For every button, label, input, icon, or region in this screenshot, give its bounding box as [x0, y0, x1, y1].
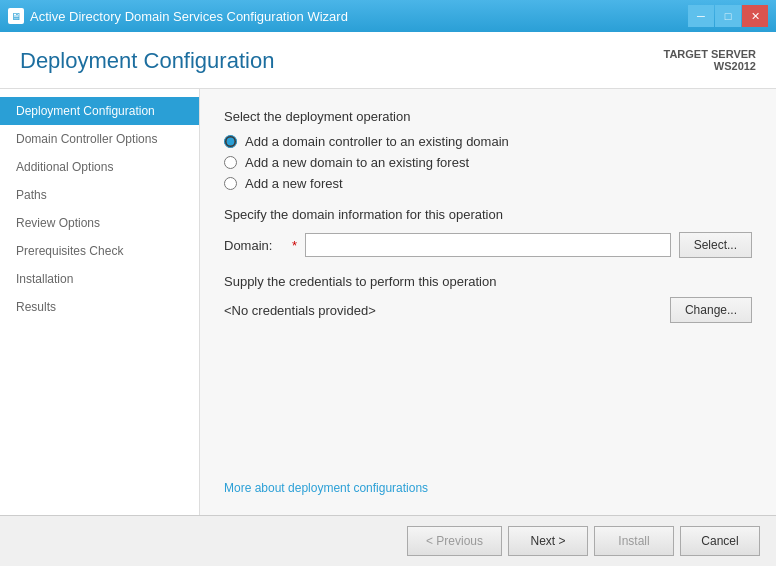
radio-new-forest-input[interactable]	[224, 177, 237, 190]
server-name: WS2012	[664, 60, 757, 72]
main-content: Select the deployment operation Add a do…	[200, 89, 776, 515]
sidebar-item-deployment-configuration[interactable]: Deployment Configuration	[0, 97, 199, 125]
sidebar-item-additional-options[interactable]: Additional Options	[0, 153, 199, 181]
more-link[interactable]: More about deployment configurations	[224, 481, 428, 495]
credentials-text: <No credentials provided>	[224, 303, 662, 318]
radio-new-forest[interactable]: Add a new forest	[224, 176, 752, 191]
radio-new-domain-label: Add a new domain to an existing forest	[245, 155, 469, 170]
install-button[interactable]: Install	[594, 526, 674, 556]
main-window: Deployment Configuration TARGET SERVER W…	[0, 32, 776, 566]
radio-new-domain-input[interactable]	[224, 156, 237, 169]
domain-section-title: Specify the domain information for this …	[224, 207, 752, 222]
app-icon: 🖥	[8, 8, 24, 24]
change-button[interactable]: Change...	[670, 297, 752, 323]
sidebar-item-domain-controller-options[interactable]: Domain Controller Options	[0, 125, 199, 153]
window-title: Active Directory Domain Services Configu…	[30, 9, 348, 24]
domain-input[interactable]	[305, 233, 671, 257]
radio-existing-domain-label: Add a domain controller to an existing d…	[245, 134, 509, 149]
maximize-button[interactable]: □	[715, 5, 741, 27]
title-bar-left: 🖥 Active Directory Domain Services Confi…	[8, 8, 348, 24]
close-button[interactable]: ✕	[742, 5, 768, 27]
server-info: TARGET SERVER WS2012	[664, 48, 757, 72]
title-bar: 🖥 Active Directory Domain Services Confi…	[0, 0, 776, 32]
server-label: TARGET SERVER	[664, 48, 757, 60]
credentials-title: Supply the credentials to perform this o…	[224, 274, 752, 289]
sidebar-item-prerequisites-check[interactable]: Prerequisites Check	[0, 237, 199, 265]
radio-existing-domain[interactable]: Add a domain controller to an existing d…	[224, 134, 752, 149]
window-controls: ─ □ ✕	[688, 5, 768, 27]
minimize-button[interactable]: ─	[688, 5, 714, 27]
sidebar-item-paths[interactable]: Paths	[0, 181, 199, 209]
cancel-button[interactable]: Cancel	[680, 526, 760, 556]
footer: < Previous Next > Install Cancel	[0, 515, 776, 566]
next-button[interactable]: Next >	[508, 526, 588, 556]
sidebar-item-installation[interactable]: Installation	[0, 265, 199, 293]
radio-new-forest-label: Add a new forest	[245, 176, 343, 191]
radio-existing-domain-input[interactable]	[224, 135, 237, 148]
radio-group: Add a domain controller to an existing d…	[224, 134, 752, 191]
required-star: *	[292, 238, 297, 253]
more-link-container: More about deployment configurations	[224, 465, 752, 495]
main-inner: Select the deployment operation Add a do…	[224, 109, 752, 465]
page-title: Deployment Configuration	[20, 48, 274, 74]
content-area: Deployment Configuration Domain Controll…	[0, 89, 776, 515]
select-button[interactable]: Select...	[679, 232, 752, 258]
domain-label: Domain:	[224, 238, 284, 253]
sidebar-item-review-options[interactable]: Review Options	[0, 209, 199, 237]
previous-button[interactable]: < Previous	[407, 526, 502, 556]
credentials-row: <No credentials provided> Change...	[224, 297, 752, 323]
radio-new-domain[interactable]: Add a new domain to an existing forest	[224, 155, 752, 170]
deployment-op-title: Select the deployment operation	[224, 109, 752, 124]
header: Deployment Configuration TARGET SERVER W…	[0, 32, 776, 89]
sidebar: Deployment Configuration Domain Controll…	[0, 89, 200, 515]
domain-row: Domain: * Select...	[224, 232, 752, 258]
sidebar-item-results[interactable]: Results	[0, 293, 199, 321]
